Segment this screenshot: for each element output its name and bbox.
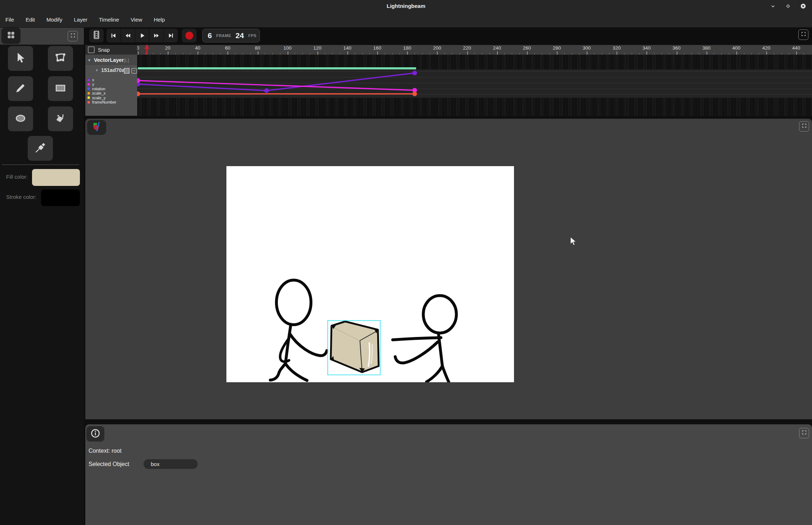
snap-checkbox[interactable]: [88, 46, 95, 53]
ruler-label: 40: [195, 45, 200, 51]
playhead-stem[interactable]: [146, 49, 148, 55]
ruler-label: 300: [583, 45, 591, 51]
stick-figure-left[interactable]: [270, 280, 327, 380]
property-row-y[interactable]: y: [85, 82, 94, 86]
layer-row[interactable]: ▼ VectorLayer [L]: [85, 55, 137, 65]
property-color-dot: [87, 96, 90, 99]
ruler-label: 100: [283, 45, 292, 51]
object-curve-toggle-button[interactable]: ~: [131, 68, 137, 74]
ruler-tick: [347, 51, 348, 55]
canvas-expand-button[interactable]: [799, 121, 809, 132]
sidebar-divider: [2, 164, 79, 165]
film-icon: [92, 30, 101, 41]
property-row-x[interactable]: x: [85, 78, 94, 82]
property-label: y: [92, 82, 94, 86]
record-button[interactable]: [182, 29, 197, 42]
window-controls: [770, 0, 812, 12]
fill-color-swatch[interactable]: [32, 169, 80, 186]
frame-value[interactable]: 6: [208, 31, 212, 40]
snap-row: Snap: [85, 45, 137, 55]
drawing-canvas[interactable]: [226, 166, 514, 382]
minimize-button[interactable]: [770, 3, 776, 9]
frame-label: FRAME: [216, 33, 231, 38]
timeline-expand-button[interactable]: [798, 29, 808, 40]
layer-collapse-caret[interactable]: ▼: [87, 58, 91, 62]
film-settings-button[interactable]: [89, 29, 104, 42]
ruler-label: 380: [702, 45, 710, 51]
ruler-tick: [646, 51, 647, 55]
ruler-tick: [587, 51, 587, 55]
playhead[interactable]: [144, 44, 149, 49]
panel-grid-button[interactable]: [1, 28, 21, 44]
object-visibility-button[interactable]: [124, 68, 130, 74]
property-row-frameNumber[interactable]: frameNumber: [85, 100, 116, 104]
stick-figure-right[interactable]: [393, 296, 456, 382]
ruler-label: 200: [433, 45, 441, 51]
eyedropper-tool-button[interactable]: [28, 136, 53, 161]
ruler-tick: [138, 51, 139, 55]
titlebar: Lightningbeam: [0, 0, 812, 12]
sidebar-expand-button[interactable]: [68, 31, 78, 41]
keyframe-x[interactable]: [264, 88, 269, 93]
keyframe-frameNumber[interactable]: [137, 92, 140, 96]
property-row-rotation[interactable]: rotation: [85, 87, 105, 91]
timeline-ruler[interactable]: 0204060801001201401601802002202402602803…: [137, 45, 812, 55]
maximize-button[interactable]: [785, 3, 791, 9]
ruler-tick: [766, 51, 767, 55]
layer-duration-bar[interactable]: [138, 67, 416, 69]
transport-controls: [107, 29, 178, 42]
property-color-dot: [87, 101, 90, 104]
ruler-tick: [557, 51, 558, 55]
bucket-icon: [54, 111, 67, 127]
inspector-panel: [85, 424, 812, 525]
ruler-label: 120: [313, 45, 322, 51]
keyframe-tracks[interactable]: [137, 55, 812, 116]
fast-forward-button[interactable]: [149, 29, 164, 42]
inspector-expand-button[interactable]: [799, 428, 809, 438]
ellipse-tool-button[interactable]: [8, 106, 33, 131]
play-button[interactable]: [135, 29, 150, 42]
layer-suffix: [L]: [124, 58, 129, 63]
mouse-cursor: [569, 236, 578, 246]
canvas-artwork: [226, 166, 514, 382]
ruler-tick: [497, 51, 498, 55]
pencil-tool-button[interactable]: [8, 76, 33, 101]
rectangle-tool-button[interactable]: [48, 76, 73, 101]
rectangle-icon: [54, 81, 67, 96]
ruler-tick: [407, 51, 408, 55]
menu-file[interactable]: File: [1, 15, 18, 24]
keyframe-frameNumber[interactable]: [412, 92, 417, 96]
box-object[interactable]: [331, 321, 379, 372]
rewind-button[interactable]: [121, 29, 135, 42]
skip-to-start-button[interactable]: [107, 29, 121, 42]
stroke-color-swatch[interactable]: [41, 190, 80, 206]
skip-to-end-button[interactable]: [164, 29, 178, 42]
object-collapse-caret[interactable]: ▼: [95, 68, 99, 72]
menu-help[interactable]: Help: [150, 15, 169, 24]
property-row-scale_y[interactable]: scale_y: [85, 96, 105, 100]
ruler-tick: [527, 51, 528, 55]
fps-value[interactable]: 24: [235, 31, 244, 40]
info-button[interactable]: [86, 426, 104, 442]
tool-sidebar: [0, 28, 84, 525]
property-label: scale_x: [92, 91, 105, 95]
keyframe-x[interactable]: [412, 71, 417, 76]
select-tool-button[interactable]: [8, 46, 33, 71]
selected-object-label: Selected Object: [89, 461, 129, 467]
eyedropper-icon: [33, 141, 47, 156]
frame-fps-box[interactable]: 6 FRAME 24 FPS: [202, 29, 260, 42]
scene-button[interactable]: [87, 120, 106, 135]
close-button[interactable]: [800, 3, 807, 9]
menu-timeline[interactable]: Timeline: [95, 15, 123, 24]
property-row-scale_x[interactable]: scale_x: [85, 91, 105, 95]
paint-bucket-tool-button[interactable]: [48, 106, 73, 131]
keyframe-y[interactable]: [137, 78, 140, 83]
menu-edit[interactable]: Edit: [22, 15, 39, 24]
selected-object-field[interactable]: box: [144, 459, 198, 469]
pencil-icon: [14, 81, 27, 96]
menu-view[interactable]: View: [127, 15, 146, 24]
menu-modify[interactable]: Modify: [42, 15, 66, 24]
node-editor-tool-button[interactable]: [48, 46, 73, 71]
ruler-label: 280: [553, 45, 561, 51]
menu-layer[interactable]: Layer: [70, 15, 91, 24]
